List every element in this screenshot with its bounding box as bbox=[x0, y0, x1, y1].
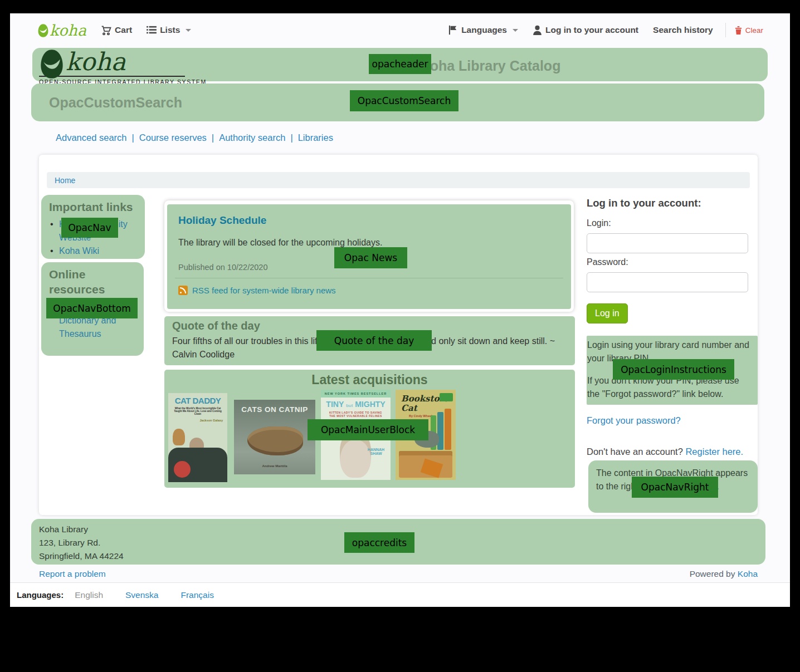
koha-wiki-link[interactable]: Koha Wiki bbox=[59, 246, 99, 256]
language-current-english[interactable]: English bbox=[75, 590, 103, 600]
list-item: Koha Wiki bbox=[49, 244, 145, 258]
annotation-quote-of-the-day: Quote of the day bbox=[316, 330, 432, 351]
clear-label: Clear bbox=[745, 26, 763, 35]
cat-illustration bbox=[247, 426, 303, 455]
lists-dropdown[interactable]: Lists bbox=[147, 25, 191, 35]
book-title: TINY bbox=[326, 400, 344, 409]
annotation-opacheader: opacheader bbox=[369, 54, 431, 74]
koha-navbar-logo[interactable]: koha bbox=[38, 23, 86, 38]
cat-illustration bbox=[173, 429, 185, 445]
book-author: Jackson Galaxy bbox=[173, 419, 223, 422]
language-link-francais[interactable]: Français bbox=[181, 590, 213, 600]
annotation-opaccustomsearch: OpacCustomSearch bbox=[350, 90, 458, 111]
annotation-opacnav: OpacNav bbox=[61, 218, 118, 238]
brand-text: koha bbox=[50, 23, 86, 38]
flag-icon bbox=[448, 25, 458, 35]
chevron-down-icon bbox=[186, 29, 191, 32]
course-reserves-link[interactable]: Course reserves bbox=[139, 133, 207, 143]
cart-label: Cart bbox=[115, 25, 132, 35]
cart-button[interactable]: Cart bbox=[101, 25, 132, 36]
chevron-down-icon bbox=[513, 29, 518, 32]
login-link[interactable]: Log in to your account bbox=[533, 25, 638, 35]
trash-icon bbox=[735, 26, 742, 35]
breadcrumb-home-link[interactable]: Home bbox=[55, 176, 75, 185]
rss-icon bbox=[178, 286, 188, 295]
link-separator: | bbox=[290, 133, 292, 143]
log-in-button[interactable]: Log in bbox=[587, 303, 628, 323]
top-navbar: koha Cart Lists Languages Log in to your… bbox=[10, 13, 790, 47]
authority-search-link[interactable]: Authority search bbox=[219, 133, 285, 143]
news-body: The library will be closed for the upcom… bbox=[178, 238, 560, 248]
languages-bar-label: Languages: bbox=[17, 590, 64, 600]
lists-icon bbox=[147, 26, 157, 35]
link-separator: | bbox=[212, 133, 214, 143]
annotation-opacnavbottom: OpacNavBottom bbox=[46, 298, 138, 318]
report-problem-link[interactable]: Report a problem bbox=[39, 569, 106, 579]
book-illustration bbox=[445, 409, 451, 450]
clear-button[interactable]: Clear bbox=[735, 26, 763, 35]
login-input[interactable] bbox=[587, 233, 748, 253]
news-title: Holiday Schedule bbox=[178, 214, 560, 227]
annotation-opacnavright: OpacNavRight bbox=[632, 477, 718, 498]
login-field-label: Login: bbox=[587, 218, 749, 228]
news-divider bbox=[175, 278, 563, 278]
book-cover-cat-daddy[interactable]: CAT DADDY What the World's Most Incorrig… bbox=[168, 393, 227, 482]
book-illustration bbox=[437, 412, 443, 450]
login-heading: Log in to your account: bbox=[587, 197, 749, 209]
rss-feed-link[interactable]: RSS feed for system-wide library news bbox=[192, 286, 336, 295]
register-prefix: Don't have an account? bbox=[587, 447, 685, 457]
book-author: HANNAH SHAW bbox=[365, 448, 387, 455]
forgot-password-link[interactable]: Forgot your password? bbox=[587, 415, 681, 426]
bestseller-banner: NEW YORK TIMES BESTSELLER bbox=[321, 390, 391, 398]
register-here-link[interactable]: Register here. bbox=[685, 447, 743, 457]
book-title: but bbox=[346, 403, 353, 408]
book-title: MIGHTY bbox=[355, 400, 385, 409]
search-history-label: Search history bbox=[653, 25, 713, 35]
libraries-link[interactable]: Libraries bbox=[298, 133, 333, 143]
register-row: Don't have an account? Register here. bbox=[587, 447, 743, 457]
advanced-search-link[interactable]: Advanced search bbox=[56, 133, 127, 143]
annotation-opac-news: Opac News bbox=[334, 247, 407, 268]
koha-leaf-icon bbox=[38, 23, 48, 38]
koha-header-logo: koha OPEN-SOURCE INTEGRATED LIBRARY SYST… bbox=[39, 48, 185, 85]
annotation-opaccredits: opaccredits bbox=[344, 532, 414, 553]
koha-link[interactable]: Koha bbox=[738, 569, 758, 578]
password-input[interactable] bbox=[587, 272, 748, 292]
book-title: CATS ON CATNIP bbox=[234, 405, 315, 414]
book-cover-cats-on-catnip[interactable]: CATS ON CATNIP Andrew Marttila bbox=[234, 400, 315, 474]
languages-dropdown[interactable]: Languages bbox=[448, 25, 518, 35]
book-subtitle: KITTEN LADY'S GUIDE TO SAVING THE MOST V… bbox=[326, 411, 385, 418]
custom-search-label: OpacCustomSearch bbox=[49, 95, 182, 111]
cart-icon bbox=[101, 25, 111, 36]
search-history-link[interactable]: Search history bbox=[653, 25, 713, 35]
sticker-badge bbox=[174, 461, 191, 478]
opacnav-heading: Important links bbox=[49, 199, 145, 214]
breadcrumb: Home bbox=[47, 172, 750, 188]
opacnavbottom-heading: Online resources bbox=[49, 267, 144, 297]
acquisitions-heading: Latest acquisitions bbox=[164, 372, 575, 387]
step-reading-badge bbox=[440, 393, 453, 401]
search-links-row: Advanced search|Course reserves|Authorit… bbox=[56, 133, 333, 143]
book-title: CAT DADDY bbox=[168, 396, 227, 405]
languages-label: Languages bbox=[461, 25, 507, 35]
language-link-svenska[interactable]: Svenska bbox=[125, 590, 158, 600]
annotation-opaclogininstructions: OpacLoginInstructions bbox=[613, 359, 734, 380]
opac-page: koha Cart Lists Languages Log in to your… bbox=[10, 13, 790, 607]
powered-prefix: Powered by bbox=[690, 569, 738, 578]
book-subtitle: What the World's Most Incorrigible Cat T… bbox=[172, 407, 224, 415]
link-separator: | bbox=[132, 133, 134, 143]
powered-by: Powered by Koha bbox=[690, 569, 758, 579]
book-author: Andrew Marttila bbox=[234, 464, 315, 468]
language-bar: Languages: English Svenska Français bbox=[10, 582, 790, 607]
annotation-opacmainuserblock: OpacMainUserBlock bbox=[308, 419, 428, 440]
password-field-label: Password: bbox=[587, 257, 749, 267]
login-form: Log in to your account: Login: Password:… bbox=[587, 197, 749, 323]
login-label: Log in to your account bbox=[545, 25, 638, 35]
lists-label: Lists bbox=[160, 25, 180, 35]
koha-leaf-icon bbox=[39, 49, 65, 79]
user-icon bbox=[533, 25, 542, 35]
header-logo-text: koha bbox=[66, 50, 126, 73]
navbar-divider bbox=[725, 23, 726, 37]
